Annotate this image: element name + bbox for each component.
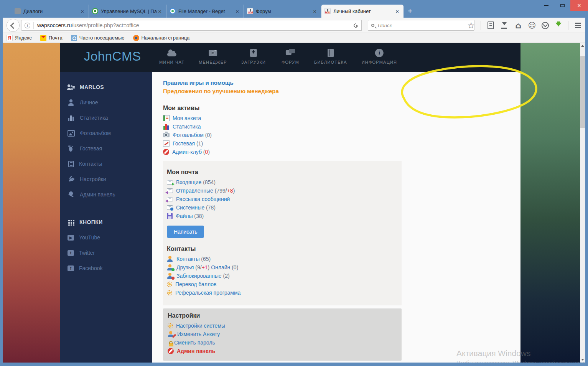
page-scrollbar[interactable]: [580, 43, 585, 363]
link-suggestions[interactable]: Предложения по улучшению менеджера: [163, 88, 520, 96]
forum-icon: [285, 48, 296, 58]
nav-information[interactable]: ИНФОРМАЦИЯ: [362, 48, 397, 64]
sidebar-item-admin-panel[interactable]: Админ панель: [60, 187, 152, 202]
link-guestbook[interactable]: Гостевая: [173, 140, 195, 147]
list-item: Рассылка сообщений: [167, 195, 402, 203]
link-change-password[interactable]: Сменить пароль: [174, 340, 215, 346]
site-info-icon[interactable]: i: [25, 23, 30, 28]
sidebar-item-photoalbum[interactable]: Фотоальбом: [60, 125, 152, 141]
frequent-sites-icon: [71, 35, 77, 41]
main-content: Правила игры и помощь Предложения по улу…: [152, 72, 520, 363]
count-highlight: 0: [205, 149, 208, 155]
sidebar-item-contacts[interactable]: Контакты: [60, 156, 152, 171]
close-button[interactable]: [570, 0, 588, 11]
sidebar-item-settings[interactable]: Настройки: [60, 171, 152, 187]
library-icon[interactable]: [486, 21, 495, 30]
page-viewport: JohnCMS МИНИ ЧАТ МЕНЕДЖЕР ЗАГРУЗКИ ФОРУМ…: [3, 43, 585, 363]
tab-dialogs[interactable]: Диалоги ×: [12, 5, 89, 18]
tab-profile-active[interactable]: Личный кабинет ×: [321, 5, 404, 18]
downloads-icon[interactable]: [500, 21, 509, 30]
sidebar-item-personal[interactable]: Личное: [60, 95, 152, 110]
bar-chart-icon: [68, 115, 75, 121]
tab-close-icon[interactable]: ×: [311, 8, 318, 15]
link-my-profile[interactable]: Моя анкета: [173, 115, 201, 121]
link-sent[interactable]: Отправленные: [176, 188, 213, 194]
link-rules-help[interactable]: Правила игры и помощь: [163, 79, 520, 88]
bookmark-mail[interactable]: Почта: [40, 35, 63, 41]
bookmark-star-icon[interactable]: [467, 21, 475, 30]
screenshots-icon[interactable]: [528, 21, 536, 30]
check-badge-icon: [171, 268, 175, 271]
list-item: Реферальская программа: [167, 289, 402, 297]
hamburger-menu-icon[interactable]: [574, 21, 582, 30]
no-entry-icon: [163, 149, 169, 155]
reload-button[interactable]: [350, 20, 362, 31]
nav-library[interactable]: БИБЛИОТЕКА: [314, 48, 347, 64]
search-input[interactable]: [377, 22, 461, 29]
link-contacts[interactable]: Контакты: [176, 256, 199, 262]
link-admin-club[interactable]: Админ-клуб: [172, 149, 202, 155]
bookmark-homepage[interactable]: Начальная страница: [133, 35, 190, 41]
search-bar[interactable]: [368, 20, 474, 31]
sidebar-item-guestbook[interactable]: Гостевая: [60, 141, 152, 156]
scroll-down-arrow-icon[interactable]: [580, 357, 585, 363]
nav-downloads[interactable]: ЗАГРУЗКИ: [241, 48, 266, 64]
bookmark-yandex[interactable]: ЯЯндекс: [7, 35, 32, 41]
nav-manager[interactable]: МЕНЕДЖЕР: [199, 48, 227, 64]
savefrom-addon-icon[interactable]: [554, 21, 563, 30]
count: (1): [195, 140, 203, 147]
list-item: Моя анкета: [163, 114, 520, 122]
link-edit-profile[interactable]: Изменить Анкету: [177, 331, 220, 337]
back-button[interactable]: [7, 19, 20, 32]
divider: [481, 21, 481, 30]
pocket-icon[interactable]: [542, 22, 549, 29]
skull-crossbones-icon: [68, 191, 75, 198]
friends-icon: [167, 264, 173, 270]
list-item: Гостевая (1): [163, 139, 520, 148]
site-logo[interactable]: JohnCMS: [84, 49, 141, 64]
notebook-icon: [68, 161, 74, 167]
sidebar-item-statistics[interactable]: Статистика: [60, 110, 152, 125]
edit-profile-icon: [168, 331, 174, 337]
address-bar[interactable]: i wapsoccers.ru/users/profile.php?act=of…: [21, 20, 357, 31]
link-friends[interactable]: Друзья: [176, 264, 194, 270]
home-icon[interactable]: [514, 21, 522, 30]
scrollbar-thumb[interactable]: [580, 56, 585, 128]
tab-close-icon[interactable]: ×: [79, 8, 86, 15]
tab-close-icon[interactable]: ×: [234, 8, 240, 15]
link-system-messages[interactable]: Системные: [176, 204, 204, 211]
tab-close-icon[interactable]: ×: [156, 8, 163, 15]
link-points-transfer[interactable]: Перевод баллов: [175, 281, 216, 287]
sidebar-item-facebook[interactable]: f Facebook: [60, 260, 152, 276]
link-broadcast[interactable]: Рассылка сообщений: [176, 196, 230, 202]
compose-button[interactable]: Написать: [167, 226, 204, 238]
list-item: Изменить Анкету: [168, 330, 402, 338]
scroll-up-arrow-icon[interactable]: [580, 43, 585, 49]
link-admin-panel[interactable]: Админ панель: [177, 348, 215, 354]
divider: [33, 22, 34, 29]
link-system-settings[interactable]: Настройки системы: [176, 323, 225, 329]
maximize-button[interactable]: [554, 0, 570, 11]
beget-mysql-icon: [92, 8, 98, 14]
tab-close-icon[interactable]: ×: [394, 8, 400, 15]
gear-icon: [167, 290, 172, 295]
bookmark-frequent[interactable]: Часто посещаемые: [71, 35, 125, 41]
link-statistics[interactable]: Статистика: [173, 124, 201, 130]
link-blocked[interactable]: Заблокированные: [176, 273, 222, 279]
tab-mysql[interactable]: Управление MySQL | Пан... ×: [89, 5, 166, 18]
tab-filemanager[interactable]: File Manager - Beget ×: [166, 5, 244, 18]
sidebar-item-youtube[interactable]: ▶ YouTube: [60, 230, 152, 245]
link-inbox[interactable]: Входящие: [176, 179, 201, 185]
spacer: [60, 202, 152, 214]
new-tab-button[interactable]: +: [404, 5, 417, 18]
nav-minichat[interactable]: МИНИ ЧАТ: [159, 48, 184, 64]
person-icon: [68, 99, 75, 106]
link-online[interactable]: Онлайн: [211, 264, 230, 270]
link-files[interactable]: Файлы: [176, 213, 193, 219]
link-referral-program[interactable]: Реферальская программа: [175, 290, 240, 296]
nav-forum[interactable]: ФОРУМ: [282, 48, 299, 64]
tab-forum[interactable]: Форум ×: [244, 5, 321, 18]
link-photoalbum[interactable]: Фотоальбом: [173, 132, 204, 138]
minimize-button[interactable]: [538, 0, 554, 11]
sidebar-item-twitter[interactable]: t Twitter: [60, 245, 152, 260]
